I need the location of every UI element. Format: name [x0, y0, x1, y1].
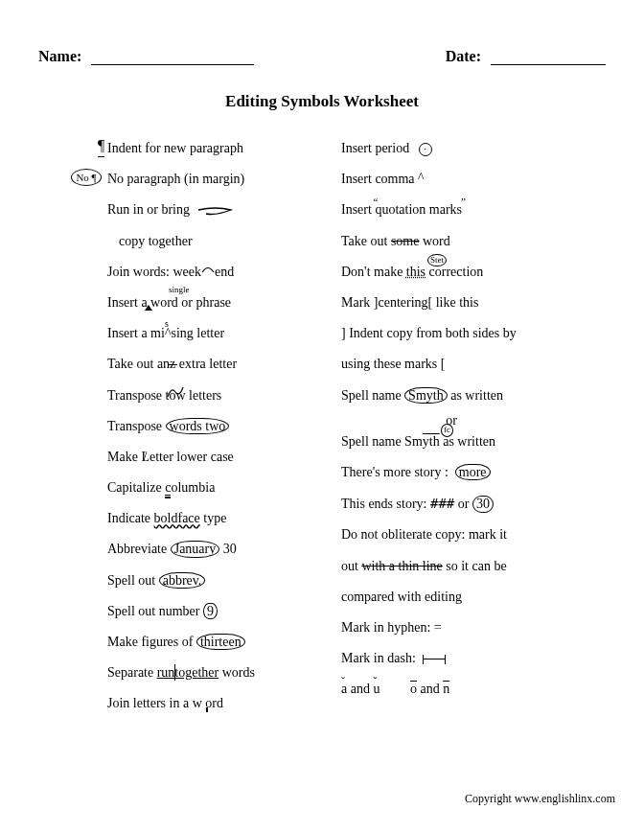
item-indent-both-1: ] Indent copy from both sides by: [341, 325, 562, 342]
item-make-figures: Make figures of thirteen: [82, 634, 303, 651]
item-spell-name-1: Spell name Smyth as written: [341, 387, 562, 405]
item-text: Run in or bring: [107, 202, 190, 217]
item-indent-both-2: using these marks [: [341, 356, 562, 373]
item-insert-letter: Insert a mis^sing letter: [82, 325, 303, 342]
item-ends-story: This ends story: ### or 30: [341, 495, 562, 513]
item-capitalize: Capitalize columbia: [82, 479, 303, 497]
dash-mark-icon: [423, 659, 446, 659]
date-blank-line[interactable]: [491, 51, 606, 65]
paragraph-mark-icon: ¶: [98, 136, 104, 157]
item-hyphen: Mark in hyphen: =: [341, 619, 562, 636]
item-abbreviate: Abbreviate January 30: [82, 541, 303, 558]
no-pilcrow-icon: No ¶: [71, 169, 102, 186]
item-take-out-word: Take out some word: [341, 233, 562, 250]
oval-mark-icon: abbrev.: [159, 572, 206, 589]
item-spell-out-number: Spell out number 9: [82, 603, 303, 620]
oval-mark-icon: 30: [472, 496, 494, 512]
item-obliterate-3: compared with editing: [341, 589, 562, 606]
item-obliterate-2: out with a thin line so it can be: [341, 558, 562, 575]
right-column: Insert period · Insert comma Insert quot…: [341, 140, 562, 727]
item-text: Mark in dash:: [341, 651, 416, 665]
item-text: Mark in hyphen: =: [341, 620, 442, 635]
oval-mark-icon: thirteen: [196, 634, 245, 650]
oval-mark-icon: 9: [203, 603, 218, 619]
date-label: Date:: [446, 48, 481, 64]
breve-icon: u: [373, 682, 380, 696]
header-row: Name: Date:: [29, 48, 615, 65]
item-run-in-bring: Run in or bring: [82, 201, 303, 219]
triple-underline-icon: c: [165, 480, 171, 497]
item-diacritics: a and u o and n: [341, 681, 562, 698]
item-insert-word: single Insert a word or phrase: [82, 294, 303, 312]
item-text: No paragraph (in margin): [107, 172, 244, 186]
breve-icon: a: [341, 682, 347, 696]
item-spell-out-abbrev: Spell out abbrev.: [82, 572, 303, 590]
macron-icon: o: [410, 682, 417, 696]
wavy-underline-icon: boldface: [154, 511, 200, 525]
oval-mark-icon: January: [171, 541, 220, 557]
caret-letter-icon: s^: [165, 326, 172, 340]
item-text: Indent for new paragraph: [107, 141, 243, 155]
item-boldface: Indicate boldface type: [82, 510, 303, 527]
transpose-mark-icon: ow: [169, 387, 185, 405]
item-insert-quotes: Insert quotation marks: [341, 201, 562, 219]
item-transpose-words: Transpose words two: [82, 418, 303, 435]
item-insert-comma: Insert comma: [341, 171, 562, 188]
item-text: using these marks [: [341, 357, 445, 371]
item-lowercase: Make Letter lower case: [82, 449, 303, 466]
join-arc-icon: [201, 264, 215, 273]
oval-mark-icon: Smyth: [404, 387, 448, 404]
oval-mark-icon: words two: [166, 418, 230, 434]
period-circle-icon: ·: [419, 143, 432, 156]
caret-icon: [148, 295, 151, 310]
slash-mark-icon: L: [141, 450, 150, 464]
separate-mark-icon: runtogether: [157, 665, 219, 680]
item-insert-period: Insert period ·: [341, 140, 562, 157]
oval-mark-icon: more: [455, 464, 491, 480]
item-indent-paragraph: ¶ Indent for new paragraph: [82, 140, 303, 157]
left-column: ¶ Indent for new paragraph No ¶ No parag…: [82, 140, 303, 727]
fc-annotation: fc: [441, 424, 453, 437]
join-curve-icon: o: [202, 696, 213, 710]
macron-icon: n: [443, 682, 449, 696]
item-spell-name-2: fc Spell name Smyth as written: [341, 433, 562, 451]
dotted-underline-icon: this: [406, 265, 426, 279]
item-text: Mark ]centering[ like this: [341, 295, 478, 310]
overline-icon: yth: [423, 434, 440, 449]
item-dash: Mark in dash:: [341, 650, 562, 667]
item-stet: Stet Don't make this correction: [341, 264, 562, 281]
thin-line-strike-icon: with a thin line: [361, 559, 442, 573]
item-text: copy together: [119, 234, 193, 248]
item-centering: Mark ]centering[ like this: [341, 294, 562, 312]
worksheet-page: Name: Date: Editing Symbols Worksheet ¶ …: [0, 0, 644, 833]
item-transpose-letters: Transpose tow letters: [82, 387, 303, 405]
content-columns: ¶ Indent for new paragraph No ¶ No parag…: [29, 140, 615, 727]
item-separate-words: Separate runtogether words: [82, 664, 303, 682]
item-text: Insert comma: [341, 172, 415, 186]
item-text: Do not obliterate copy: mark it: [341, 527, 507, 542]
strikethrough-icon: some: [391, 234, 420, 248]
delete-mark-icon: z: [170, 357, 175, 371]
item-more-story: There's more story : more: [341, 464, 562, 481]
name-label: Name:: [38, 48, 81, 64]
name-blank-line[interactable]: [91, 51, 254, 65]
stet-annotation: Stet: [427, 254, 447, 267]
single-annotation: single: [169, 285, 190, 296]
copyright-text: Copyright www.englishlinx.com: [465, 792, 615, 806]
item-copy-together: copy together: [82, 233, 303, 250]
item-no-paragraph: No ¶ No paragraph (in margin): [82, 171, 303, 188]
item-join-words: Join words: weekend: [82, 264, 303, 281]
item-join-letters: Join letters in a w ord: [82, 695, 303, 712]
item-text: ] Indent copy from both sides by: [341, 326, 517, 340]
name-field: Name:: [38, 48, 254, 65]
item-take-out-letter: Take out anz extra letter: [82, 356, 303, 373]
item-text: Insert period: [341, 141, 409, 155]
hash-icon: ###: [430, 496, 454, 511]
item-text: compared with editing: [341, 590, 462, 604]
bring-curve-icon: [196, 204, 235, 218]
item-obliterate-1: Do not obliterate copy: mark it: [341, 526, 562, 544]
item-text: There's more story :: [341, 465, 448, 479]
quote-mark-icon: quotation marks: [375, 202, 462, 217]
worksheet-title: Editing Symbols Worksheet: [29, 92, 615, 111]
date-field: Date:: [446, 48, 606, 65]
